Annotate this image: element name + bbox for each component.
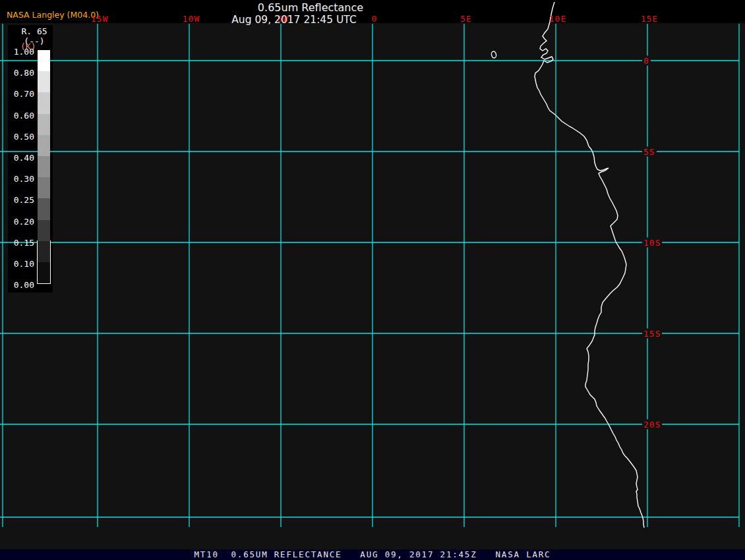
colorbar-tick-label: 0.50 (14, 131, 34, 141)
latitude-label: 15S (642, 329, 662, 339)
timestamp-subtitle: Aug 09, 2017 21:45 UTC (231, 14, 356, 26)
colorbar-tick-label: 1.00 (14, 47, 34, 57)
colorbar-tick-label: 0.30 (14, 174, 34, 184)
longitude-label: 10W (183, 14, 200, 24)
colorbar-segment (38, 50, 50, 72)
colorbar-tick-label: 0.25 (14, 195, 34, 205)
latlon-grid-and-coastline (0, 0, 745, 560)
longitude-label: 0 (372, 14, 378, 24)
colorbar-tick-label: 0.40 (14, 153, 34, 163)
latitude-label: 20S (642, 420, 662, 430)
colorbar-segment (38, 114, 50, 136)
satellite-image-viewer: NASA Langley (M04.0) 0.65um Reflectance … (0, 0, 745, 560)
longitude-label: 5E (460, 14, 472, 24)
colorbar-segment (38, 198, 50, 220)
brand-label: NASA Langley (M04.0) (7, 10, 99, 20)
colorbar-tick-label: 0.20 (14, 216, 34, 226)
colorbar-segment (38, 92, 50, 114)
colorbar-segment (38, 156, 50, 178)
colorbar-tick-label: 0.70 (14, 89, 34, 99)
colorbar-segment (38, 177, 50, 199)
colorbar-title: R. 65 (21, 26, 47, 36)
colorbar-tick-label: 0.60 (14, 110, 34, 120)
longitude-label: 15E (641, 14, 658, 24)
colorbar-segment (38, 71, 50, 93)
page-title: 0.65um Reflectance (258, 1, 363, 14)
colorbar-tick-label: 0.10 (14, 259, 34, 269)
colorbar-segment (38, 220, 50, 242)
longitude-label: 10E (549, 14, 566, 24)
colorbar-tick-label: 0.15 (14, 237, 34, 247)
colorbar-segment (38, 135, 50, 157)
colorbar-tick-label: 0.80 (14, 68, 34, 78)
colorbar-units-dash: (--) (24, 36, 44, 46)
latitude-label: 5S (642, 147, 657, 157)
latitude-label: 10S (642, 238, 662, 248)
latitude-label: 0 (642, 56, 651, 66)
colorbar-tick-label: 0.00 (14, 280, 34, 290)
coastline-path (535, 2, 644, 528)
colorbar-outline (37, 240, 51, 284)
status-bar: MT10 0.65UM REFLECTANCE AUG 09, 2017 21:… (0, 549, 745, 560)
island-outline (491, 51, 497, 58)
longitude-label: 15W (91, 14, 108, 24)
